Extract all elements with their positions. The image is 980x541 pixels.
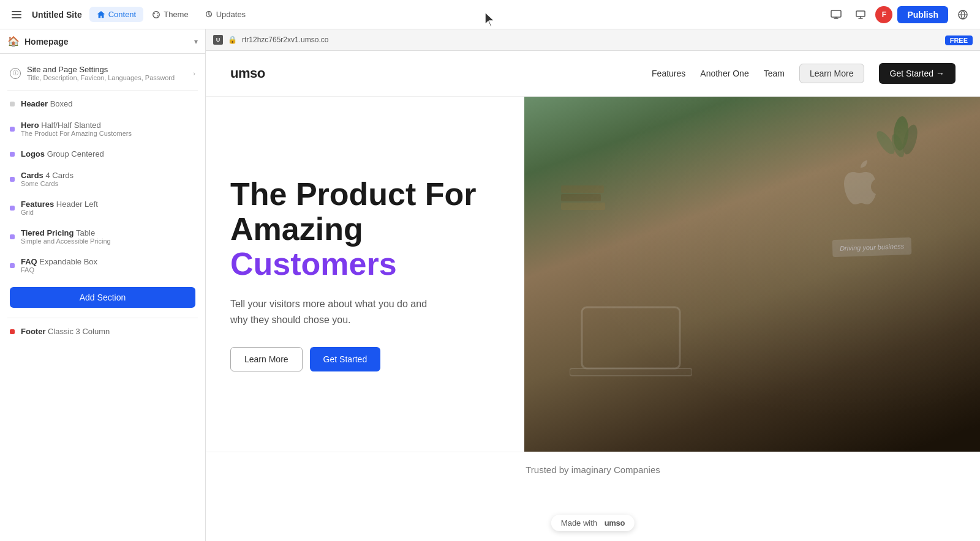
- section-item-faq[interactable]: FAQ Expandable Box FAQ: [0, 251, 205, 280]
- section-sub: Grid: [21, 209, 98, 216]
- plant-decoration: [861, 97, 935, 160]
- page-icon: 🏠: [7, 35, 20, 47]
- divider: [7, 318, 198, 318]
- browser-bar: U 🔒 rtr12hzc765r2xv1.umso.co FREE: [206, 29, 980, 51]
- section-sub: The Product For Amazing Customers: [21, 130, 132, 137]
- site-title: Untitled Site: [32, 10, 82, 20]
- topbar-right: F Publish: [826, 5, 973, 24]
- section-text-group: Hero Half/Half Slanted The Product For A…: [21, 121, 132, 137]
- section-sub: Simple and Accessible Pricing: [21, 237, 111, 245]
- section-dot: [10, 177, 15, 182]
- svg-rect-5: [856, 11, 865, 17]
- nav-learn-more-button[interactable]: Learn More: [799, 64, 864, 83]
- site-logo: umso: [230, 65, 265, 81]
- section-item-logos[interactable]: Logos Group Centered: [0, 143, 205, 165]
- add-section-button[interactable]: Add Section: [10, 287, 195, 308]
- hamburger-button[interactable]: [7, 5, 27, 24]
- laptop-decoration: [570, 301, 692, 381]
- monitor-icon-button[interactable]: [851, 5, 870, 24]
- section-text-group: Cards 4 Cards Some Cards: [21, 171, 74, 187]
- site-header: umso Features Another One Team Learn Mor…: [206, 51, 980, 97]
- tab-content[interactable]: Content: [89, 7, 144, 22]
- made-with-badge: Made with umso: [551, 515, 635, 531]
- apple-logo-decoration: [843, 160, 880, 204]
- trusted-text: Trusted by imaginary Companies: [526, 465, 660, 475]
- preview-content: umso Features Another One Team Learn Mor…: [206, 51, 980, 541]
- tab-updates[interactable]: Updates: [197, 7, 253, 22]
- section-item-header[interactable]: Header Boxed: [0, 93, 205, 114]
- svg-point-10: [900, 123, 919, 155]
- topbar: Untitled Site Content Theme Updates: [0, 0, 980, 29]
- main-layout: 🏠 Homepage ▾ ⓘ Site and Page Settings Ti…: [0, 29, 980, 541]
- section-name: Features Header Left: [21, 200, 98, 209]
- browser-lock-icon: 🔒: [228, 35, 237, 44]
- section-text-group: Tiered Pricing Table Simple and Accessib…: [21, 228, 111, 245]
- svg-rect-8: [570, 368, 692, 376]
- section-dot: [10, 152, 15, 157]
- site-nav: Features Another One Team Learn More Get…: [652, 63, 956, 84]
- hero-right: Driving your business: [524, 97, 980, 452]
- hero-accent: Customers: [230, 246, 397, 282]
- section-text-group: Header Boxed: [21, 99, 73, 108]
- browser-right: FREE: [945, 34, 973, 45]
- section-dot: [10, 127, 15, 132]
- section-item-pricing[interactable]: Tiered Pricing Table Simple and Accessib…: [0, 222, 205, 251]
- settings-item[interactable]: ⓘ Site and Page Settings Title, Descript…: [0, 59, 205, 88]
- hero-learn-more-button[interactable]: Learn More: [230, 347, 303, 371]
- add-section-area: Add Section: [0, 280, 205, 315]
- nav-link-another[interactable]: Another One: [700, 69, 748, 78]
- section-sub: FAQ: [21, 266, 97, 274]
- sidebar: 🏠 Homepage ▾ ⓘ Site and Page Settings Ti…: [0, 29, 206, 541]
- hero-body: Tell your visitors more about what you d…: [230, 296, 439, 327]
- monitor-icon: [855, 9, 866, 20]
- section-text-group: Features Header Left Grid: [21, 200, 98, 216]
- section-item-footer[interactable]: Footer Classic 3 Column: [0, 321, 205, 342]
- section-name: Hero Half/Half Slanted: [21, 121, 132, 130]
- chevron-down-icon[interactable]: ▾: [194, 37, 198, 46]
- settings-icon: ⓘ: [10, 68, 21, 79]
- topbar-left: Untitled Site Content Theme Updates: [7, 5, 253, 24]
- footer-dot: [10, 329, 15, 334]
- svg-point-2: [157, 12, 158, 13]
- user-avatar[interactable]: F: [875, 6, 892, 23]
- svg-point-12: [892, 116, 910, 151]
- section-item-features[interactable]: Features Header Left Grid: [0, 193, 205, 222]
- footer-name: Footer Classic 3 Column: [21, 327, 110, 336]
- hero-left: The Product For Amazing Customers Tell y…: [206, 97, 524, 452]
- settings-chevron-icon: ›: [193, 70, 195, 77]
- section-dot: [10, 102, 15, 106]
- svg-rect-4: [831, 10, 841, 17]
- section-text-group: FAQ Expandable Box FAQ: [21, 257, 97, 274]
- section-text-group: Logos Group Centered: [21, 149, 104, 159]
- globe-icon-button[interactable]: [953, 5, 973, 24]
- section-item-hero[interactable]: Hero Half/Half Slanted The Product For A…: [0, 114, 205, 143]
- preview-area: U 🔒 rtr12hzc765r2xv1.umso.co FREE umso F…: [206, 29, 980, 541]
- nav-tabs: Content Theme Updates: [89, 7, 253, 22]
- nav-link-team[interactable]: Team: [764, 69, 785, 78]
- desk-text-decoration: Driving your business: [832, 237, 912, 257]
- hero-buttons: Learn More Get Started: [230, 347, 500, 371]
- updates-icon: [205, 10, 213, 19]
- svg-point-9: [889, 132, 907, 158]
- section-name: Tiered Pricing Table: [21, 228, 111, 237]
- nav-cta-button[interactable]: Get Started →: [879, 63, 956, 84]
- svg-point-0: [153, 11, 160, 18]
- divider: [7, 90, 198, 91]
- page-name: Homepage: [24, 37, 189, 47]
- tab-theme[interactable]: Theme: [145, 7, 195, 22]
- nav-link-features[interactable]: Features: [652, 69, 685, 78]
- publish-button[interactable]: Publish: [897, 6, 948, 23]
- screen-icon: [831, 9, 842, 20]
- hero-get-started-button[interactable]: Get Started: [310, 347, 381, 371]
- trusted-bar: Trusted by imaginary Companies: [206, 452, 980, 487]
- section-sub: Some Cards: [21, 180, 74, 187]
- svg-point-11: [873, 129, 898, 157]
- svg-point-3: [157, 15, 159, 16]
- hero-headline: The Product For Amazing Customers: [230, 177, 500, 282]
- hero-section: The Product For Amazing Customers Tell y…: [206, 97, 980, 452]
- home-icon: [97, 10, 105, 19]
- section-dot: [10, 234, 15, 239]
- section-item-cards[interactable]: Cards 4 Cards Some Cards: [0, 165, 205, 193]
- screen-icon-button[interactable]: [826, 5, 846, 24]
- settings-desc: Title, Description, Favicon, Languages, …: [27, 74, 175, 81]
